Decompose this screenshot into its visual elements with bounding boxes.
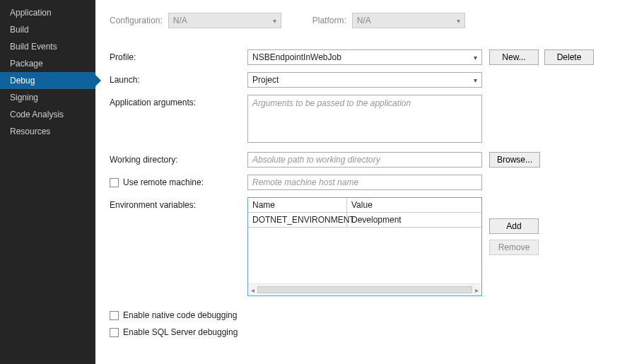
sidebar-item-build[interactable]: Build [0,21,95,38]
env-body: DOTNET_ENVIRONMENT Development [248,213,481,283]
profile-value: NSBEndpointInWebJob [252,52,341,62]
add-button[interactable]: Add [489,218,539,234]
configuration-value: N/A [173,16,187,25]
sidebar-item-package[interactable]: Package [0,55,95,72]
configuration-label: Configuration: [110,16,163,25]
main-panel: Configuration: N/A ▾ Platform: N/A ▾ Pro… [95,0,620,364]
native-debug-label: Enable native code debugging [123,310,237,320]
workdir-label: Working directory: [110,152,247,165]
env-header-name: Name [248,198,347,212]
table-row[interactable]: DOTNET_ENVIRONMENT Development [248,213,481,228]
sidebar: Application Build Build Events Package D… [0,0,95,364]
configuration-select: N/A ▾ [168,13,281,28]
scroll-left-icon[interactable]: ◂ [251,286,255,294]
env-row-value[interactable]: Development [347,213,481,227]
chevron-down-icon: ▾ [474,54,477,61]
launch-label: Launch: [110,72,247,85]
launch-value: Project [252,75,279,85]
args-textarea[interactable] [247,95,482,143]
checkbox-icon [110,311,119,320]
checkbox-icon [110,178,119,187]
profile-label: Profile: [110,49,247,62]
sidebar-item-build-events[interactable]: Build Events [0,38,95,55]
remote-host-input [247,175,482,190]
sidebar-item-code-analysis[interactable]: Code Analysis [0,106,95,123]
platform-value: N/A [357,16,371,25]
env-header-value: Value [347,198,481,212]
platform-select: N/A ▾ [352,13,465,28]
horizontal-scrollbar[interactable]: ◂ ▸ [248,283,481,295]
sidebar-item-signing[interactable]: Signing [0,89,95,106]
sidebar-item-resources[interactable]: Resources [0,123,95,140]
sidebar-item-application[interactable]: Application [0,4,95,21]
chevron-down-icon: ▾ [457,17,460,25]
launch-select[interactable]: Project ▾ [247,72,482,88]
new-button[interactable]: New... [489,49,539,65]
scroll-right-icon[interactable]: ▸ [475,286,479,294]
scroll-thumb[interactable] [257,286,472,293]
checkbox-icon [110,328,119,337]
remote-machine-label: Use remote machine: [123,177,204,187]
chevron-down-icon: ▾ [474,76,477,84]
native-debug-checkbox[interactable]: Enable native code debugging [110,310,613,320]
profile-select[interactable]: NSBEndpointInWebJob ▾ [247,49,482,65]
sql-debug-checkbox[interactable]: Enable SQL Server debugging [110,327,613,337]
sql-debug-label: Enable SQL Server debugging [123,327,238,337]
env-row-name[interactable]: DOTNET_ENVIRONMENT [248,213,347,227]
platform-label: Platform: [312,16,346,25]
remove-button[interactable]: Remove [489,240,539,255]
env-label: Environment variables: [110,197,247,210]
args-label: Application arguments: [110,95,247,107]
browse-button[interactable]: Browse... [489,152,540,168]
sidebar-item-debug[interactable]: Debug [0,72,95,89]
workdir-input[interactable] [247,152,482,168]
delete-button[interactable]: Delete [544,49,594,65]
chevron-down-icon: ▾ [273,17,276,25]
env-table[interactable]: Name Value DOTNET_ENVIRONMENT Developmen… [247,197,482,296]
remote-machine-checkbox[interactable]: Use remote machine: [110,177,204,187]
